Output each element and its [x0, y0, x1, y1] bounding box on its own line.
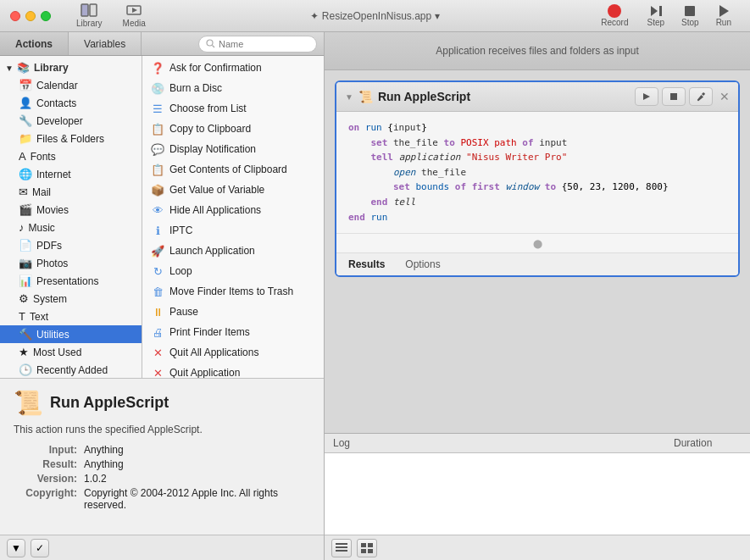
action-icon: ↻: [151, 265, 164, 278]
action-item-get-contents-clipboard[interactable]: 📋Get Contents of Clipboard: [142, 159, 324, 180]
content-columns: ▼ 📚 Library 📅Calendar👤Contacts🔧Developer…: [0, 56, 324, 378]
close-button[interactable]: [10, 11, 20, 21]
tree-item-label: Utilities: [36, 329, 69, 341]
stop-button[interactable]: Stop: [673, 2, 708, 30]
log-grid-button[interactable]: [357, 539, 377, 557]
card-close-button[interactable]: ✕: [719, 90, 730, 103]
action-item-launch-application[interactable]: 🚀Launch Application: [142, 241, 324, 261]
tab-actions[interactable]: Actions: [0, 32, 69, 55]
log-strip: [325, 535, 750, 560]
info-title: Run AppleScript: [50, 394, 169, 412]
tree-item-label: Presentations: [36, 275, 98, 287]
tree-item-icon: 📁: [19, 132, 32, 145]
window-title: ✦ ResizeOpenInNisus.app ▾: [310, 10, 439, 22]
card-collapse-arrow[interactable]: ▼: [345, 92, 353, 102]
toolbar-icons: Library Media: [68, 1, 154, 30]
info-row: Version:1.0.2: [14, 473, 310, 485]
library-root[interactable]: ▼ 📚 Library: [0, 59, 142, 76]
tree-item-pdfs[interactable]: 📄PDFs: [0, 236, 142, 254]
results-tab[interactable]: Results: [345, 257, 388, 272]
action-item-quit-all-apps[interactable]: ✕Quit All Applications: [142, 342, 324, 363]
tree-item-system[interactable]: ⚙System: [0, 290, 142, 308]
script-content[interactable]: on run {input} set the_file to POSIX pat…: [336, 112, 738, 233]
action-item-choose-list[interactable]: ☰Choose from List: [142, 98, 324, 119]
tab-variables[interactable]: Variables: [69, 32, 142, 55]
toolbar-right: Record Step Stop Run: [591, 2, 740, 30]
title-symbol: ✦: [310, 10, 321, 22]
tree-item-files-folders[interactable]: 📁Files & Folders: [0, 130, 142, 147]
action-item-copy-clipboard[interactable]: 📋Copy to Clipboard: [142, 119, 324, 139]
action-item-print-finder-items[interactable]: 🖨Print Finder Items: [142, 322, 324, 342]
card-wrench-button[interactable]: [689, 87, 713, 106]
card-play-button[interactable]: [635, 87, 658, 106]
search-input[interactable]: [219, 39, 309, 49]
action-item-display-notification[interactable]: 💬Display Notification: [142, 139, 324, 159]
svg-rect-17: [361, 549, 366, 553]
action-item-loop[interactable]: ↻Loop: [142, 261, 324, 281]
tree-item-icon: ✉: [19, 186, 28, 198]
record-dot-icon: [608, 4, 621, 18]
script-area[interactable]: ▼ 📜 Run AppleScript: [325, 70, 750, 433]
tree-item-most-used[interactable]: ★Most Used: [0, 343, 142, 361]
record-button[interactable]: Record: [591, 2, 638, 30]
add-action-button[interactable]: ✓: [31, 539, 49, 557]
tree-item-icon: 🕒: [19, 363, 32, 376]
tree-item-contacts[interactable]: 👤Contacts: [0, 94, 142, 112]
minimize-button[interactable]: [25, 11, 36, 21]
tree-item-icon: A: [19, 150, 26, 163]
tree-item-internet[interactable]: 🌐Internet: [0, 165, 142, 183]
info-field-value: Anything: [84, 444, 124, 456]
maximize-button[interactable]: [41, 11, 51, 21]
action-icon: 👁: [151, 204, 164, 217]
action-item-burn-disc[interactable]: 💿Burn a Disc: [142, 78, 324, 98]
action-item-move-finder-items[interactable]: 🗑Move Finder Items to Trash: [142, 281, 324, 302]
tree-item-fonts[interactable]: AFonts: [0, 147, 142, 165]
tree-item-label: Internet: [36, 169, 71, 180]
tree-item-icon: 📷: [19, 257, 32, 269]
action-label: Get Contents of Clipboard: [169, 164, 287, 175]
step-icon: [648, 4, 664, 18]
action-item-hide-all-apps[interactable]: 👁Hide All Applications: [142, 200, 324, 220]
tree-item-calendar[interactable]: 📅Calendar: [0, 76, 142, 94]
tree-item-photos[interactable]: 📷Photos: [0, 254, 142, 272]
tree-item-icon: ★: [19, 346, 29, 358]
run-icon: [718, 4, 730, 18]
action-label: Burn a Disc: [169, 82, 222, 94]
tree-item-developer[interactable]: 🔧Developer: [0, 112, 142, 130]
svg-rect-14: [336, 550, 347, 552]
info-header: 📜 Run AppleScript: [14, 389, 310, 417]
left-panel: Actions Variables ▼ 📚 Library: [0, 32, 325, 560]
action-item-iptc[interactable]: ℹIPTC: [142, 220, 324, 241]
options-tab[interactable]: Options: [402, 257, 443, 272]
actions-items-container: ❓Ask for Confirmation💿Burn a Disc☰Choose…: [142, 58, 324, 378]
tree-items-container: 📅Calendar👤Contacts🔧Developer📁Files & Fol…: [0, 76, 142, 378]
search-box[interactable]: [198, 36, 317, 53]
action-item-get-value-variable[interactable]: 📦Get Value of Variable: [142, 180, 324, 200]
action-label: Ask for Confirmation: [169, 62, 262, 74]
media-button[interactable]: Media: [114, 1, 154, 30]
svg-rect-13: [336, 546, 347, 548]
tree-item-label: Files & Folders: [36, 133, 104, 145]
tree-item-mail[interactable]: ✉Mail: [0, 183, 142, 201]
card-icon: 📜: [358, 90, 373, 103]
tree-item-movies[interactable]: 🎬Movies: [0, 201, 142, 219]
tree-item-label: Mail: [32, 186, 51, 198]
run-button[interactable]: Run: [708, 2, 740, 30]
log-list-button[interactable]: [331, 539, 352, 557]
library-button[interactable]: Library: [68, 1, 111, 30]
right-top-message: Application receives files and folders a…: [325, 32, 750, 70]
wrench-icon: [696, 91, 706, 102]
bottom-strip: ▼ ✓: [0, 535, 324, 560]
tree-item-presentations[interactable]: 📊Presentations: [0, 272, 142, 290]
card-stop-button[interactable]: [662, 87, 686, 106]
add-button[interactable]: ▼: [7, 539, 25, 557]
action-item-ask-confirmation[interactable]: ❓Ask for Confirmation: [142, 58, 324, 78]
tree-item-recently-added[interactable]: 🕒Recently Added: [0, 361, 142, 378]
step-button[interactable]: Step: [638, 2, 673, 30]
action-item-pause[interactable]: ⏸Pause: [142, 302, 324, 322]
tree-item-text[interactable]: TText: [0, 308, 142, 325]
action-item-quit-application[interactable]: ✕Quit Application: [142, 363, 324, 378]
tree-item-music[interactable]: ♪Music: [0, 219, 142, 236]
tree-item-utilities[interactable]: 🔨Utilities: [0, 325, 142, 343]
library-icon: [81, 3, 97, 17]
